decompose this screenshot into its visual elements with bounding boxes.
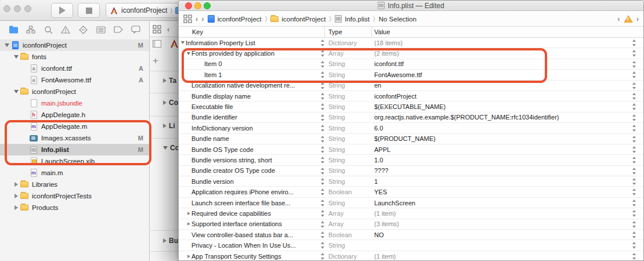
add-target-button[interactable]: + (153, 55, 158, 67)
plist-key-cell[interactable]: Privacy - Location When In Use Us... (179, 240, 324, 250)
column-header-value[interactable]: Value (374, 28, 390, 35)
target-toggle-icon[interactable] (153, 40, 161, 48)
plist-row[interactable]: Executable file String $(EXECUTABLE_NAME… (179, 102, 643, 112)
plist-value[interactable]: YES (374, 187, 626, 197)
plist-key-cell[interactable]: Bundle version (179, 176, 324, 186)
breadcrumb-project[interactable]: iconfontProject (208, 15, 262, 23)
plist-type[interactable]: Dictionary (328, 38, 357, 48)
close-window-button[interactable] (3, 5, 10, 12)
prev-issue-chevron-icon[interactable]: ‹ (617, 14, 620, 23)
plist-key-cell[interactable]: Required device capabilities (179, 208, 324, 218)
plist-type[interactable]: String (328, 81, 345, 90)
disclosure-triangle-icon[interactable] (13, 55, 20, 59)
plist-key-cell[interactable]: Item 0 (179, 59, 324, 69)
value-stepper-icon[interactable] (631, 210, 636, 217)
plist-value[interactable]: (3 items) (374, 219, 626, 229)
tests-icon[interactable] (78, 24, 89, 35)
value-stepper-icon[interactable] (631, 221, 636, 228)
plist-value[interactable]: iconfontProject (374, 91, 626, 101)
plist-key-cell[interactable]: Executable file (179, 102, 324, 111)
disclosure-triangle-icon[interactable] (13, 182, 20, 187)
symbols-icon[interactable] (26, 24, 36, 35)
key-stepper-icon[interactable] (320, 39, 325, 46)
key-stepper-icon[interactable] (320, 157, 325, 164)
file-tree-item[interactable]: main.jsbundle (0, 97, 149, 109)
file-tree-item[interactable]: a FontAwesome.ttf A (0, 74, 149, 86)
back-chevron-icon[interactable]: ‹ (196, 14, 198, 23)
warning-icon[interactable] (624, 15, 633, 23)
disclosure-triangle-icon[interactable] (163, 238, 167, 243)
plist-value[interactable]: 6.0 (374, 123, 626, 133)
plist-key-cell[interactable]: Application requires iPhone enviro... (179, 187, 324, 197)
value-stepper-icon[interactable] (631, 200, 636, 206)
scheme-selector[interactable]: iconfontProject 〉 (106, 3, 187, 18)
plist-value[interactable]: $(EXECUTABLE_NAME) (374, 102, 626, 111)
key-stepper-icon[interactable] (320, 61, 325, 68)
value-stepper-icon[interactable] (631, 82, 636, 89)
plist-value[interactable]: ???? (374, 166, 626, 176)
plist-key-cell[interactable]: InfoDictionary version (179, 123, 324, 133)
key-stepper-icon[interactable] (320, 146, 325, 153)
key-stepper-icon[interactable] (320, 50, 325, 57)
file-tree-item[interactable]: m main.m (0, 167, 149, 179)
plist-row[interactable]: Bundle OS Type code String APPL (179, 144, 643, 155)
plist-value[interactable]: (18 items) (374, 38, 626, 48)
plist-row[interactable]: Bundle name String $(PRODUCT_NAME) (179, 134, 643, 144)
key-stepper-icon[interactable] (320, 125, 325, 132)
plist-key-cell[interactable]: Fonts provided by application (179, 48, 324, 58)
plist-type[interactable]: Boolean (328, 187, 352, 197)
disclosure-triangle-icon[interactable] (180, 41, 186, 44)
plist-value[interactable]: en (374, 81, 626, 90)
plist-titlebar[interactable]: Info.plist — Edited (179, 1, 643, 11)
file-tree-item[interactable]: LaunchScreen.xib (0, 155, 149, 167)
value-stepper-icon[interactable] (631, 39, 636, 46)
plist-type[interactable]: Boolean (328, 230, 352, 240)
key-stepper-icon[interactable] (320, 188, 325, 195)
plist-row[interactable]: Launch screen interface file base... Str… (179, 198, 643, 208)
plist-value[interactable]: NO (374, 230, 626, 240)
next-issue-chevron-icon[interactable]: › (636, 14, 639, 23)
editor-section-row[interactable]: Bu (150, 235, 178, 246)
key-stepper-icon[interactable] (320, 114, 325, 121)
editor-section-row[interactable]: Ta (150, 75, 178, 86)
plist-type[interactable]: Array (328, 48, 343, 58)
back-chevron-icon[interactable]: ‹ (167, 25, 169, 34)
key-stepper-icon[interactable] (320, 103, 325, 110)
plist-value[interactable]: (1 item) (374, 251, 626, 260)
run-button[interactable] (51, 3, 73, 18)
value-stepper-icon[interactable] (631, 157, 636, 164)
disclosure-triangle-icon[interactable] (13, 90, 20, 93)
minimize-window-button[interactable] (194, 2, 201, 9)
zoom-window-button[interactable] (204, 2, 211, 9)
minimize-window-button[interactable] (14, 5, 21, 12)
key-stepper-icon[interactable] (320, 210, 325, 217)
plist-key-cell[interactable]: Bundle name (179, 134, 324, 144)
plist-type[interactable]: String (328, 144, 345, 154)
project-navigator-folder-icon[interactable] (8, 24, 19, 35)
plist-value[interactable] (374, 240, 626, 250)
breakpoints-icon[interactable] (113, 24, 124, 35)
plist-value[interactable]: (1 item) (374, 208, 626, 218)
value-stepper-icon[interactable] (631, 146, 636, 153)
value-stepper-icon[interactable] (631, 125, 636, 132)
plist-type[interactable]: Array (328, 208, 343, 218)
key-stepper-icon[interactable] (320, 242, 325, 249)
disclosure-triangle-icon[interactable] (186, 52, 191, 55)
plist-type[interactable]: String (328, 59, 345, 69)
plist-key-cell[interactable]: View controller-based status bar a... (179, 230, 324, 240)
file-tree-item[interactable]: Products (0, 202, 149, 213)
plist-key-cell[interactable]: App Transport Security Settings (179, 251, 324, 260)
value-stepper-icon[interactable] (631, 71, 636, 78)
plist-value[interactable]: org.reactjs.native.example.$(PRODUCT_NAM… (374, 113, 626, 122)
file-tree-item[interactable]: m AppDelegate.m (0, 121, 149, 132)
key-stepper-icon[interactable] (320, 221, 325, 228)
breadcrumb-group[interactable]: iconfontProject (270, 16, 325, 23)
file-tree-item[interactable]: iconfontProjectTests (0, 190, 149, 202)
plist-type[interactable]: String (328, 123, 345, 133)
plist-row[interactable]: Item 0 String iconfont.ttf (179, 59, 643, 70)
plist-type[interactable]: String (328, 113, 345, 122)
value-stepper-icon[interactable] (631, 242, 636, 249)
value-stepper-icon[interactable] (631, 231, 636, 238)
key-stepper-icon[interactable] (320, 71, 325, 78)
value-stepper-icon[interactable] (631, 103, 636, 110)
